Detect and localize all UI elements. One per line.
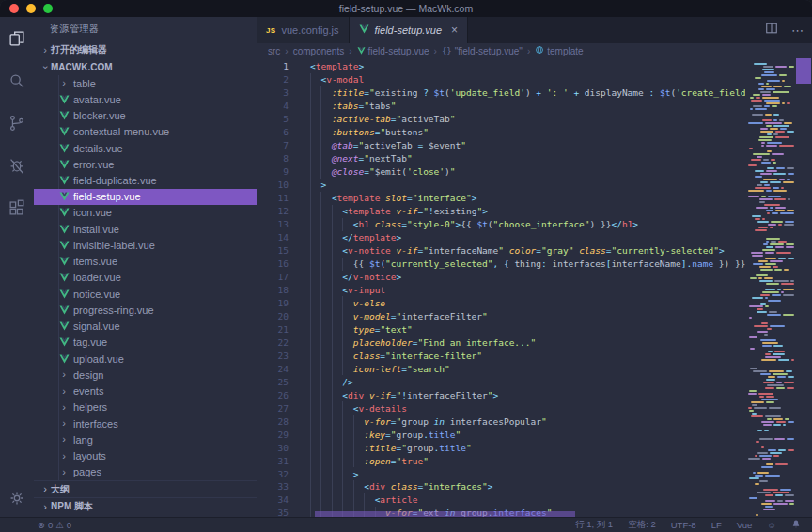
vertical-scrollbar[interactable]: [796, 58, 811, 84]
code-line[interactable]: 24icon-left="search": [257, 362, 745, 375]
explorer-icon[interactable]: [5, 26, 29, 51]
cursor-position[interactable]: 行 1, 列 1: [575, 519, 613, 531]
file-item-error.vue[interactable]: error.vue: [34, 156, 257, 172]
code-line[interactable]: 32>: [257, 467, 745, 480]
code-line[interactable]: 25/>: [257, 375, 745, 388]
code-line[interactable]: 14</template>: [257, 231, 745, 244]
file-item-items.vue[interactable]: items.vue: [34, 254, 257, 270]
code-line[interactable]: 3:title="existing ? $t('update_field') +…: [257, 86, 745, 100]
code-line[interactable]: 5:active-tab="activeTab": [257, 113, 745, 126]
code-line[interactable]: 28v-for="group in interfacesPopular": [257, 415, 745, 428]
line-number: 7: [257, 140, 289, 150]
code-line[interactable]: 17</v-notice>: [257, 271, 745, 284]
file-item-invisible-label.vue[interactable]: invisible-label.vue: [34, 237, 257, 253]
code-line[interactable]: 33<div class="interfaces">: [257, 480, 745, 493]
file-item-details.vue[interactable]: details.vue: [34, 140, 257, 156]
vue-file-icon: [58, 321, 70, 331]
code-line[interactable]: 26<div v-if="!interfaceFilter">: [257, 388, 745, 401]
close-window-button[interactable]: [9, 4, 19, 13]
npm-scripts-section[interactable]: › NPM 脚本: [34, 497, 257, 515]
code-line[interactable]: 20v-model="interfaceFilter": [257, 309, 745, 322]
file-item-icon.vue[interactable]: icon.vue: [34, 205, 257, 221]
code-line[interactable]: 6:buttons="buttons": [257, 126, 745, 139]
file-item-progress-ring.vue[interactable]: progress-ring.vue: [34, 302, 257, 318]
folder-item-design[interactable]: ›design: [34, 367, 257, 383]
indentation-setting[interactable]: 空格: 2: [628, 519, 656, 531]
code-line[interactable]: 4:tabs="tabs": [257, 100, 745, 113]
feedback-smiley-icon[interactable]: ☺: [767, 520, 776, 530]
tab-field-setup-vue[interactable]: field-setup.vue ×: [350, 17, 469, 43]
notifications-bell-icon[interactable]: [791, 519, 801, 531]
problems-status[interactable]: ⊗ 0 ⚠ 0: [38, 520, 71, 530]
file-item-blocker.vue[interactable]: blocker.vue: [34, 107, 257, 123]
folder-item-table[interactable]: ›table: [34, 75, 257, 91]
eol-setting[interactable]: LF: [711, 520, 722, 530]
extensions-icon[interactable]: [5, 196, 29, 220]
breadcrumb-item-components[interactable]: components: [293, 46, 344, 56]
encoding-setting[interactable]: UTF-8: [671, 520, 696, 530]
breadcrumb-item-src[interactable]: src: [268, 46, 280, 56]
tab-vue-config-js[interactable]: JS vue.config.js: [257, 17, 350, 43]
code-line[interactable]: 21type="text": [257, 322, 745, 336]
vue-file-icon: [58, 225, 70, 234]
code-editor[interactable]: 1<template>2<v-modal3:title="existing ? …: [257, 58, 812, 518]
workspace-section[interactable]: › MACWK.COM: [34, 58, 257, 75]
outline-section[interactable]: › 大纲: [34, 480, 257, 498]
folder-item-pages[interactable]: ›pages: [34, 464, 257, 480]
more-actions-icon[interactable]: ⋯: [791, 23, 804, 38]
breadcrumb-item-file[interactable]: field-setup.vue: [357, 46, 429, 56]
file-item-upload.vue[interactable]: upload.vue: [34, 351, 257, 367]
folder-item-helpers[interactable]: ›helpers: [34, 399, 257, 415]
breadcrumb-item-template-block[interactable]: {} "field-setup.vue": [442, 46, 523, 56]
javascript-file-icon: JS: [266, 26, 275, 35]
code-line[interactable]: 18<v-input: [257, 283, 745, 296]
search-icon[interactable]: [5, 69, 29, 93]
vue-file-icon: [357, 46, 366, 56]
code-line[interactable]: 1<template>: [257, 60, 745, 73]
code-line[interactable]: 30:title="group.title": [257, 441, 745, 454]
settings-gear-icon[interactable]: [5, 486, 29, 510]
file-item-field-setup.vue[interactable]: field-setup.vue: [34, 189, 257, 205]
code-line[interactable]: 9@close="$emit('close')": [257, 165, 745, 179]
file-item-contextual-menu.vue[interactable]: contextual-menu.vue: [34, 124, 257, 140]
folder-item-layouts[interactable]: ›layouts: [34, 447, 257, 463]
language-mode[interactable]: Vue: [737, 520, 753, 530]
code-line[interactable]: 10>: [257, 179, 745, 192]
zoom-window-button[interactable]: [43, 4, 53, 13]
minimap[interactable]: [745, 58, 794, 518]
vscode-window: field-setup.vue — MacWk.com: [0, 0, 812, 532]
file-item-install.vue[interactable]: install.vue: [34, 221, 257, 237]
line-number: 5: [257, 114, 289, 124]
file-item-avatar.vue[interactable]: avatar.vue: [34, 91, 257, 107]
code-line[interactable]: 19v-else: [257, 296, 745, 309]
folder-item-interfaces[interactable]: ›interfaces: [34, 415, 257, 431]
folder-item-events[interactable]: ›events: [34, 383, 257, 399]
code-line[interactable]: 8@next="nextTab": [257, 152, 745, 165]
code-line[interactable]: 23class="interface-filter": [257, 349, 745, 362]
folder-item-lang[interactable]: ›lang: [34, 431, 257, 447]
code-line[interactable]: 12<template v-if="!existing">: [257, 205, 745, 218]
code-line[interactable]: 13<h1 class="style-0">{{ $t("choose_inte…: [257, 218, 745, 231]
file-item-tag.vue[interactable]: tag.vue: [34, 335, 257, 351]
code-line[interactable]: 31:open="true": [257, 454, 745, 467]
code-line[interactable]: 22placeholder="Find an interface...": [257, 336, 745, 349]
open-editors-section[interactable]: › 打开的编辑器: [34, 41, 257, 58]
file-item-loader.vue[interactable]: loader.vue: [34, 270, 257, 286]
code-line[interactable]: 2<v-modal: [257, 73, 745, 86]
minimize-window-button[interactable]: [26, 4, 36, 13]
code-line[interactable]: 34<article: [257, 493, 745, 507]
source-control-icon[interactable]: [5, 111, 29, 135]
file-item-notice.vue[interactable]: notice.vue: [34, 286, 257, 302]
code-line[interactable]: 16{{ $t("currently_selected", { thing: i…: [257, 258, 745, 271]
code-line[interactable]: 11<template slot="interface">: [257, 192, 745, 205]
split-editor-icon[interactable]: [765, 22, 778, 39]
breadcrumb-item-template[interactable]: template: [535, 45, 583, 56]
debug-icon[interactable]: [5, 153, 29, 178]
close-tab-icon[interactable]: ×: [451, 23, 458, 37]
file-item-signal.vue[interactable]: signal.vue: [34, 319, 257, 335]
code-line[interactable]: 27<v-details: [257, 401, 745, 415]
code-line[interactable]: 7@tab="activeTab = $event": [257, 139, 745, 152]
file-item-field-duplicate.vue[interactable]: field-duplicate.vue: [34, 172, 257, 188]
code-line[interactable]: 29:key="group.title": [257, 428, 745, 441]
code-line[interactable]: 15<v-notice v-if="interfaceName" color="…: [257, 244, 745, 258]
